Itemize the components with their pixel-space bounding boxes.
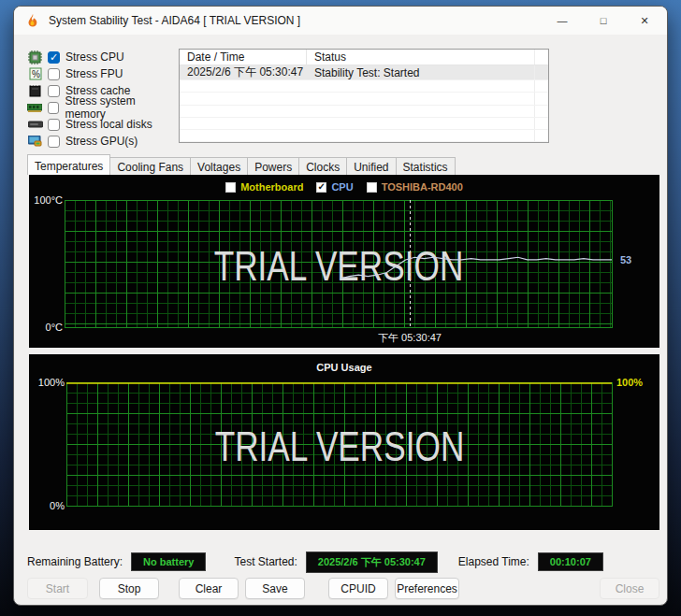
log-cell-status: Stability Test: Started	[306, 65, 534, 79]
remaining-battery-value: No battery	[131, 552, 206, 571]
stress-memory-row: Stress system memory	[27, 99, 177, 116]
event-log-header: Date / Time Status	[180, 50, 548, 65]
usage-series-svg	[66, 382, 612, 506]
legend-cpu-label: CPU	[331, 181, 353, 193]
stress-gpu-label: Stress GPU(s)	[65, 135, 138, 148]
memory-module-icon	[27, 101, 43, 115]
legend-toshiba: TOSHIBA-RD400	[367, 181, 463, 193]
stress-cpu-row: Stress CPU	[27, 49, 177, 65]
tab-temperatures[interactable]: Temperatures	[27, 154, 110, 175]
temp-axis-max-label: 100°C	[34, 194, 63, 206]
tab-clocks[interactable]: Clocks	[298, 157, 347, 175]
legend-motherboard-label: Motherboard	[240, 181, 303, 193]
hard-disk-icon	[27, 118, 43, 132]
temperature-legend: Motherboard CPU TOSHIBA-RD400	[29, 181, 659, 193]
test-started-label: Test Started:	[234, 555, 297, 568]
stress-memory-label: Stress system memory	[65, 94, 177, 121]
temperature-plot: TRIAL VERSION	[65, 200, 613, 328]
cpu-chip-icon	[27, 50, 43, 64]
start-button: Start	[27, 578, 88, 599]
temperature-graph-panel: Motherboard CPU TOSHIBA-RD400 100°C 0°C …	[29, 175, 659, 348]
log-row-selected[interactable]: 2025/2/6 下午 05:30:47 Stability Test: Sta…	[180, 65, 548, 80]
stress-cpu-checkbox[interactable]	[48, 51, 60, 64]
cache-chip-icon	[27, 84, 43, 98]
stress-fpu-label: Stress FPU	[65, 67, 123, 80]
cpuid-button[interactable]: CPUID	[328, 578, 388, 599]
stress-fpu-row: % Stress FPU	[27, 65, 177, 82]
legend-cpu-checkbox[interactable]	[316, 182, 326, 193]
temp-axis-min-label: 0°C	[46, 322, 63, 333]
column-header-spacer	[534, 50, 548, 64]
title-bar: System Stability Test - AIDA64 [ TRIAL V…	[14, 7, 667, 35]
log-row-empty[interactable]	[180, 106, 548, 118]
legend-toshiba-checkbox[interactable]	[367, 182, 377, 193]
legend-motherboard-checkbox[interactable]	[225, 182, 236, 193]
cursor-time-label: 下午 05:30:47	[378, 331, 442, 345]
usage-axis-min-label: 0%	[50, 500, 65, 511]
cpu-usage-current-value: 100%	[616, 377, 643, 388]
temperature-series-svg	[65, 200, 612, 327]
cpu-usage-title: CPU Usage	[29, 362, 659, 373]
log-row-empty[interactable]	[180, 93, 548, 105]
column-header-status[interactable]: Status	[306, 50, 534, 64]
cpu-usage-graph-panel: CPU Usage 100% 0% TRIAL VERSION 100%	[29, 354, 659, 530]
log-row-empty[interactable]	[180, 118, 548, 130]
elapsed-time-label: Elapsed Time:	[458, 555, 529, 568]
stress-disks-label: Stress local disks	[65, 118, 152, 131]
fpu-percent-icon: %	[27, 67, 43, 81]
stress-options-panel: Stress CPU % Stress FPU Stress cache Str…	[27, 49, 177, 150]
elapsed-time-value: 00:10:07	[538, 552, 603, 571]
column-header-datetime[interactable]: Date / Time	[180, 50, 306, 64]
save-button[interactable]: Save	[245, 578, 305, 599]
gpu-monitor-icon	[27, 135, 43, 149]
log-row-empty[interactable]	[180, 130, 548, 142]
tab-unified[interactable]: Unified	[346, 157, 396, 175]
svg-text:%: %	[32, 69, 40, 79]
log-row-empty[interactable]	[180, 80, 548, 93]
stop-button[interactable]: Stop	[99, 578, 159, 599]
clear-button[interactable]: Clear	[179, 578, 239, 599]
stress-fpu-checkbox[interactable]	[48, 68, 60, 80]
log-cell-datetime: 2025/2/6 下午 05:30:47	[180, 64, 306, 80]
close-icon[interactable]: ✕	[624, 7, 665, 35]
status-bar: Remaining Battery: No battery Test Start…	[14, 551, 667, 573]
graph-tabs: Temperatures Cooling Fans Voltages Power…	[27, 154, 455, 175]
tab-voltages[interactable]: Voltages	[190, 157, 248, 175]
desktop-background	[0, 606, 681, 616]
stress-memory-checkbox[interactable]	[48, 102, 60, 114]
stress-disks-checkbox[interactable]	[48, 119, 60, 131]
stress-gpu-checkbox[interactable]	[48, 136, 60, 148]
maximize-icon[interactable]: □	[583, 7, 624, 35]
preferences-button[interactable]: Preferences	[395, 578, 459, 599]
stress-cpu-label: Stress CPU	[65, 50, 124, 64]
legend-cpu: CPU	[316, 181, 353, 193]
aida64-flame-icon	[25, 13, 40, 28]
legend-motherboard: Motherboard	[225, 181, 303, 193]
tab-statistics[interactable]: Statistics	[396, 157, 456, 175]
window-controls: — □ ✕	[542, 7, 665, 35]
cpu-current-temp-value: 53	[620, 254, 631, 265]
minimize-icon[interactable]: —	[542, 7, 583, 35]
close-button: Close	[600, 578, 659, 599]
tab-powers[interactable]: Powers	[247, 157, 299, 175]
legend-toshiba-label: TOSHIBA-RD400	[382, 181, 463, 193]
tab-cooling-fans[interactable]: Cooling Fans	[109, 157, 191, 175]
event-log-table: Date / Time Status 2025/2/6 下午 05:30:47 …	[179, 49, 549, 143]
remaining-battery-label: Remaining Battery:	[27, 555, 123, 568]
app-window: System Stability Test - AIDA64 [ TRIAL V…	[13, 6, 668, 606]
cpu-temp-series-line	[340, 257, 612, 279]
test-started-value: 2025/2/6 下午 05:30:47	[306, 552, 438, 573]
usage-axis-max-label: 100%	[38, 377, 65, 388]
window-title: System Stability Test - AIDA64 [ TRIAL V…	[49, 14, 300, 27]
stress-gpu-row: Stress GPU(s)	[27, 133, 177, 150]
stress-cache-checkbox[interactable]	[48, 85, 60, 97]
cpu-usage-plot: TRIAL VERSION	[66, 382, 613, 507]
